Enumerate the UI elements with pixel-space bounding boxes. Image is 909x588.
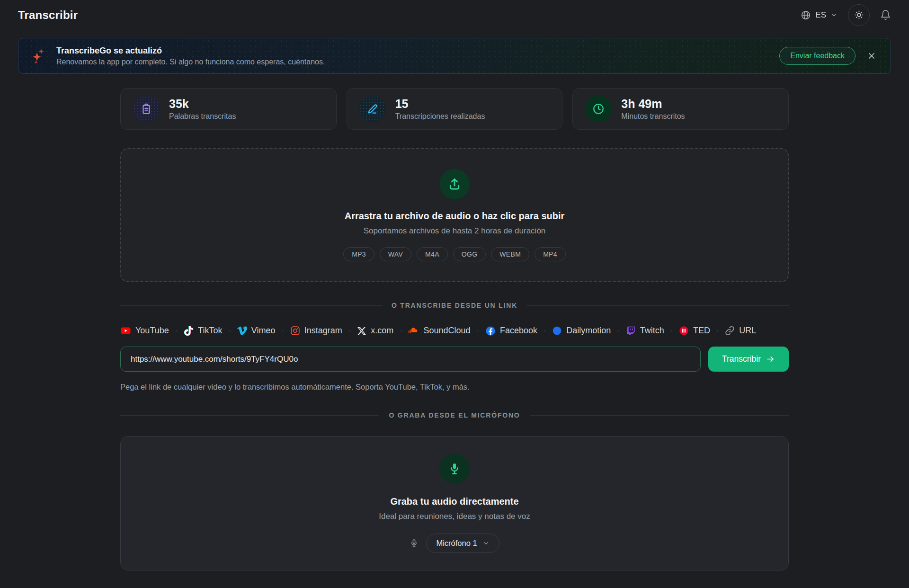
- ted-icon: [679, 326, 689, 336]
- platform-tiktok[interactable]: TikTok: [184, 326, 222, 336]
- record-subtitle: Ideal para reuniones, ideas y notas de v…: [379, 512, 530, 521]
- microphone-select-label: Micrófono 1: [436, 539, 477, 548]
- pen-icon: [359, 96, 386, 122]
- platform-url[interactable]: URL: [725, 326, 756, 336]
- stat-card-words: 35k Palabras transcritas: [120, 88, 337, 130]
- stat-value: 15: [395, 97, 485, 111]
- chevron-down-icon: [482, 540, 490, 547]
- tiktok-icon: [184, 326, 194, 336]
- platform-youtube[interactable]: YouTube: [120, 325, 169, 336]
- instagram-icon: [290, 326, 300, 336]
- dropzone-title: Arrastra tu archivo de audio o haz clic …: [345, 211, 565, 222]
- url-input[interactable]: [120, 347, 701, 372]
- format-chips: MP3 WAV M4A OGG WEBM MP4: [343, 247, 566, 261]
- globe-icon: [801, 10, 811, 20]
- twitch-icon: [626, 326, 636, 336]
- format-chip: MP3: [343, 247, 374, 261]
- notifications-button[interactable]: [880, 9, 891, 20]
- banner-title: TranscribeGo se actualizó: [56, 46, 325, 56]
- soundcloud-icon: [408, 325, 419, 336]
- upload-icon: [439, 169, 470, 199]
- language-switcher[interactable]: ES: [801, 10, 838, 20]
- format-chip: MP4: [535, 247, 566, 261]
- stat-label: Palabras transcritas: [169, 112, 236, 121]
- stat-card-minutes: 3h 49m Minutos transcritos: [572, 88, 789, 130]
- platform-dailymotion[interactable]: Dailymotion: [552, 326, 611, 336]
- language-label: ES: [815, 10, 826, 20]
- stat-value: 3h 49m: [621, 97, 685, 111]
- transcribe-button[interactable]: Transcribir: [708, 347, 789, 372]
- banner-close-button[interactable]: [865, 49, 878, 62]
- stat-card-transcriptions: 15 Transcripciones realizadas: [347, 88, 563, 130]
- clipboard-icon: [133, 96, 160, 122]
- x-icon: [357, 326, 366, 336]
- stat-value: 35k: [169, 97, 236, 111]
- microphone-small-icon: [410, 539, 419, 548]
- microphone-icon: [448, 462, 461, 475]
- format-chip: WEBM: [491, 247, 529, 261]
- upload-dropzone[interactable]: Arrastra tu archivo de audio o haz clic …: [120, 148, 789, 282]
- banner-text: TranscribeGo se actualizó Renovamos la a…: [56, 46, 325, 66]
- link-helper-text: Pega el link de cualquier video y lo tra…: [120, 383, 789, 392]
- link-icon: [725, 326, 735, 336]
- stat-label: Minutos transcritos: [621, 112, 685, 121]
- format-chip: M4A: [417, 247, 448, 261]
- vimeo-icon: [237, 326, 247, 336]
- chevron-down-icon: [830, 11, 838, 18]
- record-title: Graba tu audio directamente: [390, 496, 518, 507]
- top-bar: Transcribir ES: [0, 0, 909, 30]
- dropzone-subtitle: Soportamos archivos de hasta 2 horas de …: [364, 226, 546, 236]
- link-section-divider: O TRANSCRIBE DESDE UN LINK: [120, 302, 789, 309]
- clock-icon: [585, 96, 612, 122]
- sparkles-icon: [31, 47, 47, 65]
- format-chip: WAV: [380, 247, 411, 261]
- record-section-divider: O GRABA DESDE EL MICRÓFONO: [120, 411, 789, 419]
- stat-label: Transcripciones realizadas: [395, 112, 485, 121]
- close-icon: [867, 51, 876, 61]
- record-divider-label: O GRABA DESDE EL MICRÓFONO: [389, 411, 520, 419]
- sun-icon: [854, 10, 864, 20]
- platforms-row: YouTube · TikTok · Vimeo · Instagram ·: [120, 325, 789, 336]
- record-box: Graba tu audio directamente Ideal para r…: [120, 436, 789, 570]
- platform-twitch[interactable]: Twitch: [626, 326, 664, 336]
- format-chip: OGG: [453, 247, 486, 261]
- link-input-row: Transcribir: [120, 347, 789, 372]
- stats-row: 35k Palabras transcritas 15 Transcripcio…: [120, 88, 789, 130]
- header-actions: ES: [801, 4, 891, 26]
- platform-xcom[interactable]: x.com: [357, 326, 393, 336]
- banner-subtitle: Renovamos la app por completo. Si algo n…: [56, 58, 325, 66]
- update-banner: TranscribeGo se actualizó Renovamos la a…: [18, 38, 891, 74]
- dailymotion-icon: [552, 326, 562, 336]
- youtube-icon: [120, 325, 131, 336]
- platform-facebook[interactable]: Facebook: [485, 326, 537, 336]
- bell-icon: [880, 9, 891, 20]
- link-divider-label: O TRANSCRIBE DESDE UN LINK: [392, 302, 517, 309]
- platform-instagram[interactable]: Instagram: [290, 326, 342, 336]
- platform-soundcloud[interactable]: SoundCloud: [408, 325, 470, 336]
- platform-vimeo[interactable]: Vimeo: [237, 326, 276, 336]
- page-title: Transcribir: [18, 9, 78, 22]
- record-button[interactable]: [439, 454, 470, 484]
- microphone-row: Micrófono 1: [410, 534, 499, 553]
- platform-ted[interactable]: TED: [679, 326, 710, 336]
- send-feedback-button[interactable]: Enviar feedback: [779, 47, 856, 65]
- facebook-icon: [485, 326, 496, 336]
- microphone-select[interactable]: Micrófono 1: [426, 534, 499, 553]
- arrow-right-icon: [766, 355, 775, 364]
- theme-toggle-button[interactable]: [848, 4, 870, 26]
